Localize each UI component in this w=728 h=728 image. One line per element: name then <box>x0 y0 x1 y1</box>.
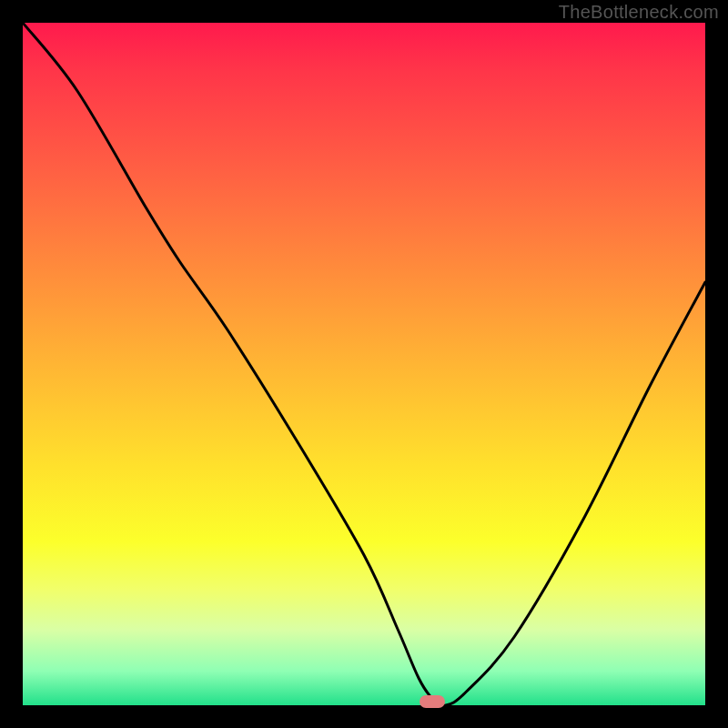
plot-area <box>23 23 705 705</box>
watermark-text: TheBottleneck.com <box>559 2 719 23</box>
valley-marker-icon <box>420 695 445 708</box>
chart-frame: TheBottleneck.com <box>0 0 728 728</box>
bottleneck-curve <box>23 23 705 705</box>
